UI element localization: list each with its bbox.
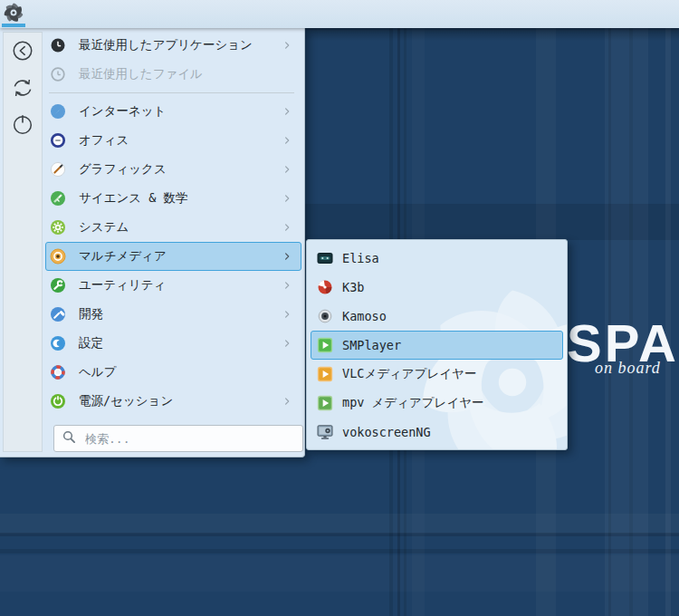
multimedia-submenu-popup: ElisaK3bKamosoSMPlayerVLCメディアプレイヤーmpv メデ… [306, 239, 568, 450]
sparky-logo-icon [3, 2, 24, 24]
search-input[interactable] [83, 431, 295, 447]
menu-item-development[interactable]: 開発 [45, 300, 301, 329]
menu-item-internet[interactable]: インターネット [45, 97, 301, 126]
submenu-item-vokoscreenng[interactable]: vokoscreenNG [311, 418, 563, 447]
chevron-right-icon [281, 308, 293, 321]
sidebar-power-button[interactable] [10, 114, 35, 140]
menu-item-label: マルチメディア [79, 248, 167, 265]
chevron-right-icon [281, 250, 293, 263]
settings-icon [50, 335, 66, 351]
submenu-item-label: Elisa [342, 251, 379, 265]
elisa-icon [317, 250, 333, 266]
graphics-icon [50, 161, 66, 178]
chevron-right-icon [281, 134, 293, 147]
power-icon [11, 113, 34, 140]
search-icon [62, 429, 77, 448]
clock-icon [50, 37, 66, 53]
mpv-icon [317, 395, 333, 411]
app-menu-popup: 最近使用したアプリケーション最近使用したファイルインターネットオフィスグラフィッ… [0, 28, 305, 457]
system-icon [50, 219, 66, 236]
chevron-right-icon [281, 395, 293, 408]
menu-item-multimedia[interactable]: マルチメディア [45, 242, 301, 271]
menu-item-help[interactable]: ヘルプ [45, 358, 301, 387]
menu-item-utilities[interactable]: ユーティリティ [45, 271, 301, 300]
wallpaper-stripe [0, 514, 679, 534]
chevron-right-icon [281, 279, 293, 292]
submenu-item-elisa[interactable]: Elisa [311, 244, 563, 273]
submenu-item-label: VLCメディアプレイヤー [342, 366, 476, 382]
menu-item-label: システム [79, 219, 129, 236]
wallpaper-stripe [0, 549, 679, 553]
office-icon [50, 132, 66, 149]
refresh-icon [11, 76, 34, 103]
submenu-item-mpv[interactable]: mpv メディアプレイヤー [311, 389, 563, 418]
menu-item-graphics[interactable]: グラフィックス [45, 155, 301, 184]
development-icon [50, 306, 66, 322]
menu-item-science-math[interactable]: サイエンス & 数学 [45, 184, 301, 213]
menu-item-label: グラフィックス [79, 161, 167, 178]
search-box[interactable] [53, 425, 303, 452]
submenu-item-kamoso[interactable]: Kamoso [311, 302, 563, 331]
chevron-right-icon [281, 163, 293, 176]
science-icon [50, 190, 66, 207]
menu-item-settings[interactable]: 設定 [45, 329, 301, 358]
help-icon [50, 364, 66, 380]
clock-disabled-icon [50, 66, 66, 82]
menu-item-label: 電源/セッション [79, 393, 173, 409]
wallpaper-brand-subtext: on board [595, 359, 661, 378]
chevron-right-icon [281, 337, 293, 350]
multimedia-icon [50, 248, 66, 265]
sidebar-refresh-button[interactable] [10, 77, 35, 102]
wallpaper-stripe [0, 533, 679, 536]
menu-separator [49, 92, 294, 93]
vlc-icon [317, 366, 333, 382]
submenu-item-smplayer[interactable]: SMPlayer [311, 331, 563, 360]
power-session-icon [50, 393, 66, 409]
submenu-item-label: Kamoso [342, 309, 387, 323]
kamoso-icon [317, 308, 333, 324]
internet-icon [50, 103, 66, 120]
top-panel [0, 0, 679, 28]
menu-item-label: 設定 [79, 335, 103, 351]
submenu-item-k3b[interactable]: K3b [311, 273, 563, 302]
vokoscreenng-icon [317, 424, 333, 440]
menu-item-label: ヘルプ [79, 364, 116, 380]
menu-item-label: 最近使用したファイル [79, 66, 203, 82]
menu-item-list: 最近使用したアプリケーション最近使用したファイルインターネットオフィスグラフィッ… [45, 31, 301, 416]
menu-item-label: 最近使用したアプリケーション [79, 37, 253, 53]
menu-item-system[interactable]: システム [45, 213, 301, 242]
menu-item-label: ユーティリティ [79, 277, 166, 294]
menu-item-recent-files[interactable]: 最近使用したファイル [45, 60, 301, 89]
menu-item-label: オフィス [79, 132, 129, 149]
chevron-right-icon [281, 105, 293, 118]
submenu-item-label: mpv メディアプレイヤー [342, 395, 484, 411]
back-icon [11, 39, 34, 66]
chevron-right-icon [281, 221, 293, 234]
menu-item-label: インターネット [79, 103, 166, 120]
submenu-item-vlc[interactable]: VLCメディアプレイヤー [311, 360, 563, 389]
menu-item-recent-apps[interactable]: 最近使用したアプリケーション [45, 31, 301, 60]
utilities-icon [50, 277, 66, 294]
menu-item-power-session[interactable]: 電源/セッション [45, 387, 301, 416]
submenu-item-list: ElisaK3bKamosoSMPlayerVLCメディアプレイヤーmpv メデ… [307, 244, 567, 447]
chevron-right-icon [281, 39, 293, 52]
menu-item-label: 開発 [79, 306, 103, 322]
menu-item-office[interactable]: オフィス [45, 126, 301, 155]
k3b-icon [317, 279, 333, 295]
active-app-indicator [2, 24, 25, 27]
submenu-item-label: K3b [342, 280, 364, 294]
smplayer-icon [317, 337, 333, 353]
wallpaper-stripe [0, 555, 679, 592]
chevron-right-icon [281, 192, 293, 205]
menu-sidebar [3, 32, 43, 452]
submenu-item-label: SMPlayer [342, 338, 401, 352]
app-launcher-button[interactable] [3, 2, 24, 24]
submenu-item-label: vokoscreenNG [342, 425, 431, 439]
sidebar-back-button[interactable] [10, 40, 35, 65]
menu-item-label: サイエンス & 数学 [79, 190, 187, 207]
